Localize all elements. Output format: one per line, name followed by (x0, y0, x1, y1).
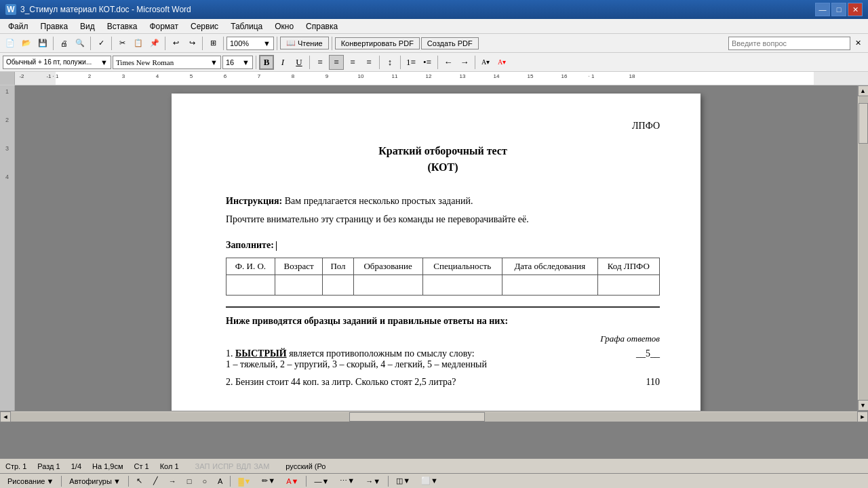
line-tool[interactable]: ╱ (149, 475, 163, 487)
maximize-button[interactable]: □ (831, 3, 846, 16)
ruler-highlight (56, 72, 814, 85)
table-header-specialty: Специальность (422, 258, 502, 275)
align-center-button[interactable]: ≡ (329, 55, 344, 70)
arrow-style-tool[interactable]: →▼ (361, 476, 385, 487)
save-button[interactable]: 💾 (35, 36, 50, 51)
right-scrollbar[interactable]: ▲ ▼ (857, 85, 868, 411)
horizontal-scrollbar[interactable]: ◄ ► (0, 411, 868, 422)
bullets-button[interactable]: •≡ (420, 55, 435, 70)
3d-tool[interactable]: ⬜▼ (416, 475, 443, 487)
ruler: -2 -1 · 1 2 3 4 5 6 7 8 9 10 11 12 13 14… (0, 72, 868, 85)
table-insert-button[interactable]: ⊞ (205, 36, 220, 51)
style-value: Обычный + 16 пт, полужи... (6, 58, 92, 66)
table-cell-date (502, 275, 598, 296)
cursor-tool[interactable]: ↖ (132, 475, 147, 487)
menu-format[interactable]: Формат (144, 20, 184, 33)
font-color-tool[interactable]: A▼ (281, 476, 303, 487)
indent-button[interactable]: → (457, 55, 472, 70)
doc-title-line1: Краткий отборочный тест (226, 145, 660, 157)
arrow-tool[interactable]: → (164, 476, 181, 487)
scroll-right-button[interactable]: ► (857, 411, 868, 422)
menu-help[interactable]: Справка (300, 20, 343, 33)
scroll-down-button[interactable]: ▼ (858, 400, 869, 411)
menu-table[interactable]: Таблица (225, 20, 268, 33)
preview-button[interactable]: 🔍 (73, 36, 87, 51)
color-button[interactable]: A▾ (494, 55, 509, 70)
open-button[interactable]: 📂 (19, 36, 34, 51)
textbox-tool[interactable]: A (213, 476, 227, 487)
status-bar: Стр. 1 Разд 1 1/4 На 1,9см Ст 1 Кол 1 ЗА… (0, 458, 868, 473)
align-right-button[interactable]: ≡ (345, 55, 360, 70)
item2-number: 2. (226, 377, 233, 387)
scroll-left-button[interactable]: ◄ (0, 411, 11, 422)
samples-title-text: Ниже приводятся образцы заданий и правил… (226, 316, 508, 326)
h-scroll-track[interactable] (11, 412, 857, 422)
reading-icon: 📖 (286, 39, 296, 47)
answers-label: Графа ответов (226, 333, 660, 344)
font-box[interactable]: Times New Roman ▼ (113, 56, 221, 69)
redo-button[interactable]: ↪ (184, 36, 199, 51)
style-dropdown-icon[interactable]: ▼ (100, 58, 108, 66)
draw-button[interactable]: Рисование ▼ (3, 476, 58, 487)
autoshapes-dropdown-icon[interactable]: ▼ (113, 477, 121, 485)
justify-button[interactable]: ≡ (361, 55, 376, 70)
outdent-button[interactable]: ← (441, 55, 456, 70)
align-left-button[interactable]: ≡ (313, 55, 328, 70)
item2-text: Бензин стоит 44 коп. за литр. Сколько ст… (235, 377, 456, 387)
line-color-tool[interactable]: ✏▼ (257, 475, 280, 487)
paste-button[interactable]: 📌 (147, 36, 162, 51)
bold-button[interactable]: B (259, 55, 274, 70)
style-box[interactable]: Обычный + 16 пт, полужи... ▼ (3, 56, 111, 69)
menu-insert[interactable]: Вставка (102, 20, 143, 33)
size-box[interactable]: 16 ▼ (222, 56, 253, 69)
menu-tools[interactable]: Сервис (185, 20, 224, 33)
font-value: Times New Roman (116, 58, 174, 66)
scroll-up-button[interactable]: ▲ (858, 85, 869, 96)
line-spacing-button[interactable]: ↕ (382, 55, 397, 70)
status-page: Стр. 1 (5, 462, 26, 470)
fill-color-tool[interactable]: ▓▼ (233, 476, 256, 487)
undo-button[interactable]: ↩ (168, 36, 183, 51)
reading-button[interactable]: 📖 Чтение (280, 37, 329, 49)
help-input[interactable] (728, 37, 850, 50)
rect-tool[interactable]: □ (182, 476, 197, 487)
spell-button[interactable]: ✓ (94, 36, 108, 51)
dash-style-tool[interactable]: ⋯▼ (335, 475, 359, 487)
shadow-tool[interactable]: ◫▼ (391, 475, 415, 487)
italic-button[interactable]: I (275, 55, 290, 70)
title-bar-controls[interactable]: — □ ✕ (815, 3, 863, 16)
sep-fmt4 (400, 56, 401, 69)
zoom-dropdown-icon[interactable]: ▼ (263, 39, 271, 47)
numbering-button[interactable]: 1≡ (403, 55, 418, 70)
line-style-tool[interactable]: —▼ (309, 476, 334, 487)
menu-edit[interactable]: Правка (35, 20, 74, 33)
minimize-button[interactable]: — (815, 3, 830, 16)
doc-area: ЛПФО Краткий отборочный тест (КОТ) Инстр… (15, 85, 857, 411)
left-panel-number: 2 (5, 117, 9, 123)
underline-button[interactable]: U (292, 55, 307, 70)
menu-view[interactable]: Вид (75, 20, 100, 33)
table-header-fio: Ф. И. О. (226, 258, 275, 275)
autoshapes-button[interactable]: Автофигуры ▼ (64, 476, 125, 487)
h-scroll-thumb[interactable] (349, 412, 485, 422)
cut-button[interactable]: ✂ (115, 36, 130, 51)
menu-window[interactable]: Окно (269, 20, 299, 33)
close-button[interactable]: ✕ (848, 3, 863, 16)
size-dropdown-icon[interactable]: ▼ (242, 58, 250, 66)
font-dropdown-icon[interactable]: ▼ (210, 58, 218, 66)
help-close-button[interactable]: ✕ (850, 36, 865, 51)
menu-file[interactable]: Файл (3, 20, 34, 33)
copy-button[interactable]: 📋 (131, 36, 146, 51)
scroll-track[interactable] (859, 96, 868, 400)
oval-tool[interactable]: ○ (197, 476, 212, 487)
scroll-thumb[interactable] (859, 103, 868, 144)
draw-dropdown-icon[interactable]: ▼ (46, 477, 54, 485)
highlight-button[interactable]: A▾ (478, 55, 493, 70)
convert-pdf-button[interactable]: Конвертировать PDF (335, 37, 420, 49)
zoom-box[interactable]: 100% ▼ (226, 37, 274, 50)
print-button[interactable]: 🖨 (56, 36, 71, 51)
create-pdf-button[interactable]: Создать PDF (421, 37, 479, 49)
new-button[interactable]: 📄 (3, 36, 18, 51)
status-col2-label: Кол 1 (160, 462, 179, 470)
doc-instruction-1: Инструкция: Вам предлагается несколько п… (226, 194, 660, 208)
